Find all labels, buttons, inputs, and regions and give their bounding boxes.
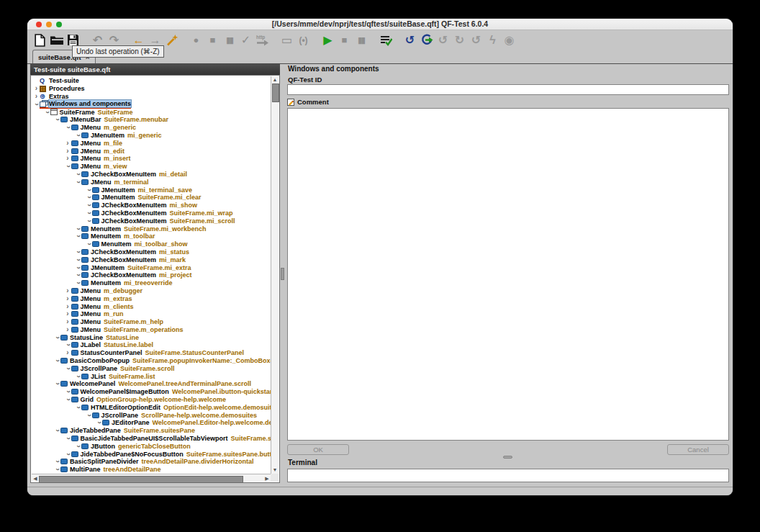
collapse-arrow-icon[interactable]: ›	[75, 225, 82, 232]
expand-arrow-icon[interactable]: ›	[65, 295, 71, 302]
tree-row[interactable]: ›JMenum_clients	[31, 302, 271, 310]
expand-arrow-icon[interactable]: ›	[65, 287, 71, 294]
collapse-arrow-icon[interactable]: ›	[54, 334, 61, 341]
terminal-input[interactable]	[287, 469, 729, 482]
tree-row[interactable]: ›JListSuiteFrame.list	[31, 372, 271, 380]
expand-arrow-icon[interactable]: ›	[65, 310, 71, 317]
collapse-arrow-icon[interactable]: ›	[64, 365, 71, 371]
collapse-arrow-icon[interactable]: ›	[64, 342, 71, 348]
tree-row[interactable]: ›JMenum_view	[31, 163, 271, 171]
tree-row[interactable]: ›JButtongenericTabCloseButton	[31, 442, 271, 450]
tree-row[interactable]: ›HTMLEditorOptionEditOptionEdit-help.wel…	[31, 403, 271, 411]
tree-row[interactable]: ›JMenum_terminal	[31, 178, 271, 186]
tree-row[interactable]: ›JEditorPaneWelcomePanel.Editor-help.wel…	[31, 419, 271, 427]
collapse-arrow-icon[interactable]: ›	[54, 117, 61, 123]
ok-button[interactable]: OK	[287, 444, 349, 455]
scroll-left-arrow-icon[interactable]: ◀	[32, 475, 39, 482]
collapse-arrow-icon[interactable]: ›	[54, 428, 61, 434]
collapse-arrow-icon[interactable]: ›	[64, 397, 71, 403]
tree-row[interactable]: ›JMenum_extras	[31, 294, 271, 302]
tree-row[interactable]: ›⊕Extras	[31, 93, 271, 101]
expand-arrow-icon[interactable]: ›	[65, 140, 71, 147]
comment-note-icon[interactable]	[287, 99, 294, 106]
stop-run-button[interactable]: ■	[336, 32, 353, 49]
collapse-arrow-icon[interactable]: ›	[85, 186, 92, 193]
run-test-button[interactable]: ▶	[320, 32, 336, 49]
scroll-right-arrow-icon[interactable]: ▶	[263, 475, 271, 482]
collapse-arrow-icon[interactable]: ›	[75, 171, 82, 177]
tree-row[interactable]: QTest-suite	[31, 77, 271, 85]
collapse-arrow-icon[interactable]: ›	[85, 241, 92, 248]
tree-vertical-scrollbar[interactable]: ▲ ▼	[271, 76, 279, 474]
scroll-up-arrow-icon[interactable]: ▲	[271, 76, 279, 84]
tree-row[interactable]: ›SuiteFrameSuiteFrame	[31, 108, 271, 116]
collapse-arrow-icon[interactable]: ›	[85, 217, 92, 224]
tree-row[interactable]: ›JMenuSuiteFrame.m_operations	[31, 326, 271, 334]
tree-row[interactable]: ›BasicComboPopupSuiteFrame.popupInvokerN…	[31, 357, 271, 365]
tree-row[interactable]: ›JideTabbedPane$NoFocusButtonSuiteFrame.…	[31, 450, 271, 458]
skip-step-button[interactable]: ↻	[451, 32, 468, 49]
tree-row[interactable]: ›JLabelStatusLine.label	[31, 341, 271, 349]
new-suite-button[interactable]	[32, 32, 48, 49]
collapse-arrow-icon[interactable]: ›	[75, 404, 82, 410]
expand-arrow-icon[interactable]: ›	[33, 93, 40, 100]
tree-row[interactable]: ›JCheckBoxMenuItemSuiteFrame.mi_wrap	[31, 209, 271, 217]
tree-row[interactable]: ›JMenuItemSuiteFrame.mi_clear	[31, 194, 271, 202]
start-recording-button[interactable]: ●	[188, 32, 204, 49]
collapse-arrow-icon[interactable]: ›	[75, 132, 82, 138]
expand-arrow-icon[interactable]: ›	[65, 155, 71, 162]
tree-row[interactable]: ›BasicSplitPaneDividertreeAndDetailPane.…	[31, 458, 271, 466]
tree-row[interactable]: ›JMenum_edit	[31, 147, 271, 155]
expand-arrow-icon[interactable]: ›	[33, 85, 40, 92]
tree-row[interactable]: ›JMenum_file	[31, 139, 271, 147]
tree-row[interactable]: ›JMenum_generic	[31, 124, 271, 132]
collapse-arrow-icon[interactable]: ›	[75, 373, 82, 379]
collapse-arrow-icon[interactable]: ›	[54, 459, 61, 465]
run-to-node-button[interactable]: ◉	[501, 32, 517, 49]
collapse-arrow-icon[interactable]: ›	[64, 389, 71, 395]
expand-arrow-icon[interactable]: ›	[65, 148, 71, 155]
collapse-arrow-icon[interactable]: ›	[85, 202, 92, 209]
tree-row[interactable]: ›StatusCounterPanelSuiteFrame.StatusCoun…	[31, 349, 271, 357]
step-out-button[interactable]: ↺	[435, 32, 451, 49]
collapse-arrow-icon[interactable]: ›	[75, 280, 82, 287]
collapse-arrow-icon[interactable]: ›	[75, 443, 82, 449]
collapse-arrow-icon[interactable]: ›	[75, 179, 82, 185]
stop-recording-button[interactable]: ■	[204, 32, 221, 49]
expand-arrow-icon[interactable]: ›	[65, 303, 71, 310]
collapse-arrow-icon[interactable]: ›	[64, 163, 71, 170]
tree-row[interactable]: ›BasicJideTabbedPaneUI$ScrollableTabView…	[31, 435, 271, 443]
expand-arrow-icon[interactable]: ›	[65, 326, 71, 333]
collapse-arrow-icon[interactable]: ›	[75, 272, 82, 279]
tree-row[interactable]: ›JMenum_insert	[31, 155, 271, 163]
collapse-arrow-icon[interactable]: ›	[96, 420, 103, 426]
pause-run-button[interactable]: ▮▮	[353, 32, 369, 49]
collapse-arrow-icon[interactable]: ›	[54, 381, 61, 387]
record-checks-button[interactable]: ✓	[238, 32, 254, 49]
step-over-button[interactable]	[418, 32, 435, 49]
tree-row[interactable]: ›JCheckBoxMenuItemmi_detail	[31, 171, 271, 179]
tree-row[interactable]: ›MenuItemmi_toolbar_show	[31, 240, 271, 248]
tree-row[interactable]: ›JMenum_run	[31, 310, 271, 318]
tree-row[interactable]: ›Procedures	[31, 85, 271, 93]
record-window-button[interactable]: ▭	[279, 32, 295, 49]
tree-row[interactable]: ›MenuItemmi_treeoverride	[31, 279, 271, 287]
expand-arrow-icon[interactable]: ›	[65, 318, 71, 325]
tree-row[interactable]: ›JideTabbedPaneSuiteFrame.suitesPane	[31, 427, 271, 435]
run-log-button[interactable]	[377, 32, 394, 49]
collapse-arrow-icon[interactable]: ›	[75, 264, 82, 271]
quick-step-button[interactable]: ϟ	[484, 32, 501, 49]
rerun-step-button[interactable]: ↺	[468, 32, 484, 49]
terminal-divider-handle[interactable]	[503, 456, 512, 459]
record-component-button[interactable]	[163, 32, 180, 49]
tree-row[interactable]: ›MenuItemSuiteFrame.mi_workbench	[31, 225, 271, 233]
collapse-arrow-icon[interactable]: ›	[85, 209, 92, 216]
tree-row[interactable]: ›JScrollPaneSuiteFrame.scroll	[31, 364, 271, 372]
record-events-button[interactable]: (•)	[295, 32, 312, 49]
cancel-button[interactable]: Cancel	[667, 444, 729, 455]
vertical-scroll-thumb[interactable]	[272, 84, 279, 102]
collapse-arrow-icon[interactable]: ›	[54, 466, 61, 473]
pause-recording-button[interactable]: ▮▮	[221, 32, 238, 49]
step-into-button[interactable]: ↺	[402, 32, 418, 49]
collapse-arrow-icon[interactable]: ›	[75, 248, 82, 255]
